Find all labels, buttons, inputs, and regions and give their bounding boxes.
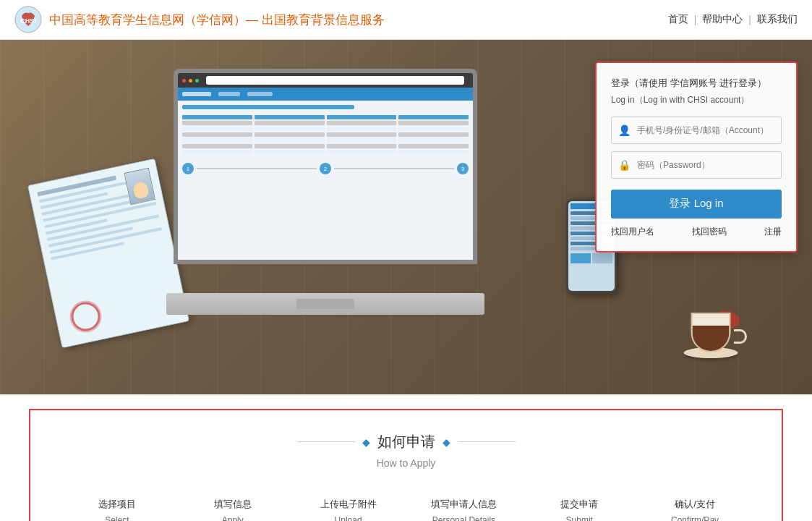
step-3-cn: 上传电子附件 xyxy=(320,498,377,511)
how-to-apply-box: ◆ 如何申请 ◆ How to Apply 选择项目 Select 1 填写信息… xyxy=(29,409,783,521)
title-line-right xyxy=(458,441,516,442)
nav-sep-2: | xyxy=(748,14,751,25)
laptop-base xyxy=(166,293,484,315)
logo-area: CHSI 中国高等教育学生信息网（学信网）— 出国教育背景信息服务 xyxy=(14,6,385,33)
step-4: 填写申请人信息 Personal Details 4 xyxy=(406,498,521,521)
step-5-en: Submit xyxy=(566,515,593,521)
cert-seal xyxy=(69,300,103,334)
step-3-en: Upload xyxy=(335,515,362,521)
step-2-en: Apply xyxy=(222,515,244,521)
step-3: 上传电子附件 Upload 3 xyxy=(291,498,406,521)
password-input[interactable] xyxy=(611,151,782,179)
laptop-image: 1 2 3 xyxy=(145,69,506,315)
step-2-cn: 填写信息 xyxy=(214,498,252,511)
section-subtitle: How to Apply xyxy=(59,457,753,469)
trackpad xyxy=(296,299,354,309)
login-links: 找回用户名 找回密码 注册 xyxy=(611,226,782,238)
step-6-cn: 确认/支付 xyxy=(675,498,715,511)
site-title: 中国高等教育学生信息网（学信网）— 出国教育背景信息服务 xyxy=(49,12,385,28)
nav-help[interactable]: 帮助中心 xyxy=(702,13,743,26)
page-header: CHSI 中国高等教育学生信息网（学信网）— 出国教育背景信息服务 首页 | 帮… xyxy=(0,0,812,40)
find-username-link[interactable]: 找回用户名 xyxy=(611,226,654,238)
lock-icon: 🔒 xyxy=(618,159,631,171)
title-cn: 中国高等教育学生信息网（学信网）— xyxy=(49,13,262,27)
svg-text:CHSI: CHSI xyxy=(20,17,36,25)
login-title-cn: 登录（请使用 学信网账号 进行登录） xyxy=(611,76,782,91)
login-title-en: Log in（Log in with CHSI account） xyxy=(611,94,782,106)
step-1-cn: 选择项目 xyxy=(98,498,136,511)
section-title: ◆ 如何申请 ◆ xyxy=(59,432,753,452)
account-input-wrap: 👤 xyxy=(611,117,782,144)
account-input[interactable] xyxy=(611,117,782,144)
nav-sep-1: | xyxy=(694,14,697,25)
step-6-en: Confirm/Pay xyxy=(671,515,719,521)
laptop-screen: 1 2 3 xyxy=(174,69,477,264)
chsi-logo: CHSI xyxy=(14,6,42,33)
user-icon: 👤 xyxy=(618,124,631,136)
step-4-cn: 填写申请人信息 xyxy=(431,498,497,511)
step-1: 选择项目 Select 1 xyxy=(59,498,175,521)
how-to-apply-section: ◆ 如何申请 ◆ How to Apply 选择项目 Select 1 填写信息… xyxy=(0,394,812,521)
find-password-link[interactable]: 找回密码 xyxy=(692,226,727,238)
password-input-wrap: 🔒 xyxy=(611,151,782,179)
nav-home[interactable]: 首页 xyxy=(668,13,688,26)
steps-container: 选择项目 Select 1 填写信息 Apply 2 上传电子附件 Upload… xyxy=(59,491,753,521)
title-line-left xyxy=(297,441,355,442)
diamond-left: ◆ xyxy=(362,436,370,448)
diamond-right: ◆ xyxy=(443,436,450,448)
register-link[interactable]: 注册 xyxy=(764,226,782,238)
step-6: 确认/支付 Confirm/Pay 6 xyxy=(637,498,753,521)
login-button[interactable]: 登录 Log in xyxy=(611,190,782,219)
step-2: 填写信息 Apply 2 xyxy=(175,498,291,521)
title-cn: 如何申请 xyxy=(377,432,435,452)
step-1-en: Select xyxy=(105,515,129,521)
step-5-cn: 提交申请 xyxy=(560,498,598,511)
login-box: 登录（请使用 学信网账号 进行登录） Log in（Log in with CH… xyxy=(595,62,798,253)
hero-section: 1 2 3 xyxy=(0,40,812,394)
title-highlight: 出国教育背景信息服务 xyxy=(262,13,385,27)
nav-contact[interactable]: 联系我们 xyxy=(757,13,798,26)
step-5: 提交申请 Submit 5 xyxy=(521,498,637,521)
coffee-cup xyxy=(682,300,740,358)
top-nav: 首页 | 帮助中心 | 联系我们 xyxy=(668,13,798,26)
step-4-en: Personal Details xyxy=(432,515,495,521)
